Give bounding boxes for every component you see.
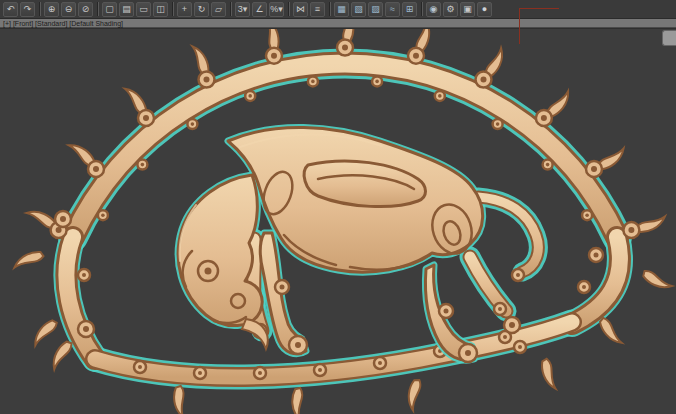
render-setup-icon[interactable]: ⚙ (443, 2, 458, 17)
unlink-selection-icon[interactable]: ⊖ (61, 2, 76, 17)
toolbar-separator (329, 2, 330, 16)
bud-ornament (536, 89, 573, 126)
relief-plaque-model[interactable] (0, 29, 676, 414)
tail-curl (512, 269, 524, 281)
select-and-link-icon[interactable]: ⊕ (44, 2, 59, 17)
toolbar-separator (39, 2, 40, 16)
bud-ornament (122, 85, 154, 126)
front-joint (275, 280, 289, 294)
main-toolbar: ↶↷⊕⊖⊘▢▤▭◫+↻▱3▾∠%▾⋈≡▦▧▨≈⊞◉⚙▣● (0, 0, 676, 19)
mirror-icon[interactable]: ⋈ (293, 2, 308, 17)
material-editor-icon[interactable]: ◉ (426, 2, 441, 17)
render-icon[interactable]: ● (477, 2, 492, 17)
bud-ornament (189, 44, 214, 88)
viewport-label-strip: [+] [Front] [Standard] [Default Shading] (0, 19, 676, 28)
redo-icon[interactable]: ↷ (20, 2, 35, 17)
scale-icon[interactable]: ▱ (211, 2, 226, 17)
snap-toggle-3d[interactable]: 3▾ (235, 2, 250, 17)
schematic-view-icon[interactable]: ⊞ (402, 2, 417, 17)
bud-ornament (623, 213, 667, 238)
toolbar-separator (288, 2, 289, 16)
far-rear-paw (504, 317, 520, 333)
bud-ornament (337, 29, 353, 56)
percent-snap-icon[interactable]: %▾ (269, 2, 284, 17)
move-icon[interactable]: + (177, 2, 192, 17)
select-object-icon[interactable]: ▢ (102, 2, 117, 17)
rear-joint (439, 304, 453, 318)
toolbar-icons: ↶↷⊕⊖⊘▢▤▭◫+↻▱3▾∠%▾⋈≡▦▧▨≈⊞◉⚙▣● (2, 0, 493, 18)
bud-ornament (408, 29, 432, 64)
ribbon-icon[interactable]: ▨ (368, 2, 383, 17)
rotate-icon[interactable]: ↻ (194, 2, 209, 17)
rear-paw (459, 344, 477, 362)
window-crossing-icon[interactable]: ◫ (153, 2, 168, 17)
eye-pupil (205, 268, 212, 275)
panel-handle[interactable] (662, 30, 676, 46)
bud-ornament (476, 46, 507, 87)
front-paw (289, 336, 307, 354)
layer-manager-icon[interactable]: ▧ (351, 2, 366, 17)
toolbar-separator (230, 2, 231, 16)
toolbar-separator (97, 2, 98, 16)
far-rear-joint (494, 303, 506, 315)
toolbar-separator (172, 2, 173, 16)
bud-ornament (586, 145, 628, 177)
animal-figure (178, 127, 538, 362)
viewport-label[interactable]: [+] [Front] [Standard] [Default Shading] (3, 19, 123, 28)
select-by-name-icon[interactable]: ▤ (119, 2, 134, 17)
rectangular-selection-icon[interactable]: ▭ (136, 2, 151, 17)
bud-ornament (264, 29, 282, 64)
toolbar-separator (421, 2, 422, 16)
angle-snap-icon[interactable]: ∠ (252, 2, 267, 17)
bind-to-spacewarp-icon[interactable]: ⊘ (78, 2, 93, 17)
undo-icon[interactable]: ↶ (3, 2, 18, 17)
rendered-frame-icon[interactable]: ▣ (460, 2, 475, 17)
viewport-front[interactable] (0, 29, 676, 414)
scene-explorer-icon[interactable]: ▦ (334, 2, 349, 17)
curve-editor-icon[interactable]: ≈ (385, 2, 400, 17)
align-icon[interactable]: ≡ (310, 2, 325, 17)
bud-ornament (67, 140, 104, 177)
